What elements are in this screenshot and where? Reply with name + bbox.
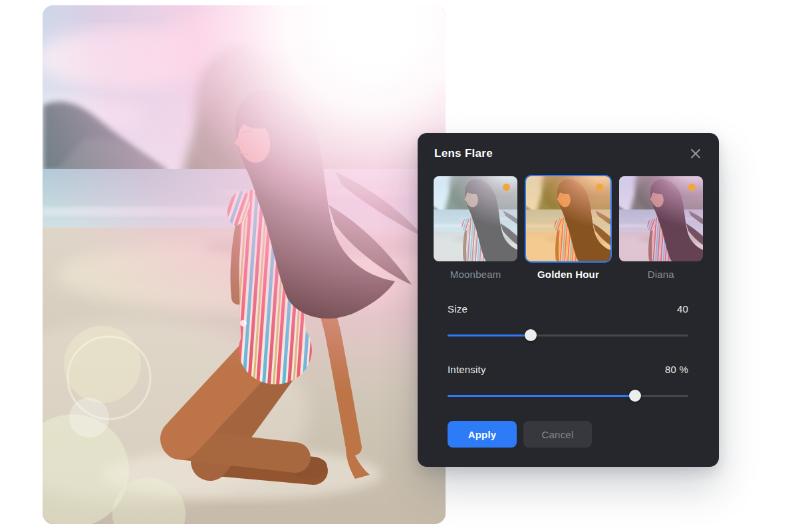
preset-thumbnail bbox=[618, 175, 704, 263]
preset-thumbnail bbox=[432, 175, 519, 263]
dialog-header: Lens Flare bbox=[418, 133, 719, 161]
intensity-label: Intensity bbox=[448, 364, 486, 376]
preset-label: Golden Hour bbox=[525, 269, 611, 281]
sun-dot-icon bbox=[688, 184, 696, 191]
size-slider[interactable] bbox=[448, 329, 688, 341]
preset-list: Moonbeam Golden Hour Diana bbox=[432, 175, 704, 281]
dialog-title: Lens Flare bbox=[434, 147, 493, 160]
slider-handle[interactable] bbox=[525, 329, 537, 341]
slider-handle[interactable] bbox=[629, 390, 641, 402]
sun-dot-icon bbox=[596, 184, 603, 191]
cancel-button[interactable]: Cancel bbox=[523, 421, 592, 448]
apply-button[interactable]: Apply bbox=[448, 421, 517, 448]
preset-label: Moonbeam bbox=[432, 269, 519, 281]
intensity-value: 80 % bbox=[665, 364, 688, 376]
dialog-actions: Apply Cancel bbox=[448, 421, 719, 448]
slider-controls: Size 40 Intensity 80 % bbox=[448, 303, 688, 402]
lens-flare-dialog: Lens Flare Moonbeam Golden Hour bbox=[418, 133, 719, 467]
preset-moonbeam[interactable]: Moonbeam bbox=[432, 175, 519, 281]
preset-golden-hour[interactable]: Golden Hour bbox=[525, 175, 611, 281]
slider-fill bbox=[448, 395, 635, 397]
size-label: Size bbox=[448, 303, 467, 315]
size-value: 40 bbox=[677, 303, 688, 315]
intensity-slider[interactable] bbox=[448, 390, 688, 402]
photo-canvas bbox=[43, 5, 446, 524]
preset-diana[interactable]: Diana bbox=[618, 175, 704, 281]
size-row: Size 40 bbox=[448, 303, 688, 315]
beach-photo-art bbox=[43, 5, 446, 524]
preset-thumbnail bbox=[525, 175, 611, 263]
preset-label: Diana bbox=[618, 269, 704, 281]
intensity-row: Intensity 80 % bbox=[448, 364, 688, 376]
close-icon[interactable] bbox=[688, 146, 703, 161]
slider-fill bbox=[448, 334, 531, 336]
